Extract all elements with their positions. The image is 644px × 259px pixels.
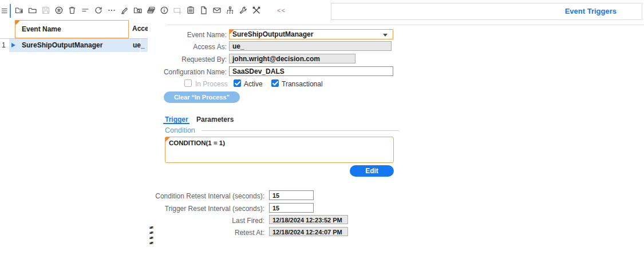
tab-parameters[interactable]: Parameters: [196, 115, 234, 123]
trigger-reset-interval-label: Trigger Reset Interval (seconds):: [137, 205, 264, 213]
row-number: 1: [2, 41, 6, 49]
wrench-icon[interactable]: [239, 6, 248, 15]
trigger-reset-interval-value: 15: [272, 205, 279, 212]
edit-button[interactable]: Edit: [350, 165, 394, 177]
requested-by-field: john.wright@decision.com: [229, 54, 355, 63]
active-checkbox[interactable]: [234, 79, 241, 87]
focus-corner-icon: [230, 30, 234, 34]
condition-retest-interval-value: 15: [272, 192, 279, 199]
retest-at-value: 12/18/2024 12:24:07 PM: [272, 229, 342, 236]
folder-open-icon[interactable]: [28, 6, 37, 15]
menu-icon[interactable]: [1, 6, 9, 16]
condition-retest-interval-label: Condition Retest Interval (seconds):: [137, 192, 264, 200]
tools-icon[interactable]: [252, 6, 261, 15]
folder-search-icon[interactable]: [133, 6, 143, 15]
condition-value: CONDITION(1 = 1): [169, 140, 225, 146]
save-icon[interactable]: [41, 6, 50, 15]
event-triggers-window: << Event Triggers Event Name Acce 1 Sure…: [0, 0, 644, 259]
event-name-label: Event Name:: [137, 31, 227, 39]
clear-in-process-button[interactable]: Clear “In Process”: [164, 91, 240, 103]
access-as-field: ue_: [229, 41, 392, 51]
last-fired-value: 12/18/2024 12:23:52 PM: [272, 217, 342, 224]
row-event-name: SureShipOutputManager: [22, 41, 102, 49]
add-frame-icon[interactable]: [173, 6, 182, 15]
toolbar: << Event Triggers: [0, 0, 644, 21]
column-header-event-name[interactable]: Event Name: [15, 20, 129, 38]
filter-icon[interactable]: [81, 6, 90, 15]
retest-at-field: 12/18/2024 12:24:07 PM: [269, 227, 348, 236]
condition-retest-interval-field[interactable]: 15: [269, 190, 314, 200]
condition-legend: Condition: [165, 126, 195, 134]
requested-by-label: Requested By:: [137, 55, 227, 63]
splitter-dot: [149, 237, 153, 239]
edit-icon[interactable]: [120, 6, 129, 15]
in-process-label: In Process: [195, 80, 228, 88]
form-top-border: [166, 25, 644, 25]
table-row[interactable]: 1 SureShipOutputManager ue_: [0, 39, 148, 53]
active-tab-indicator: [163, 123, 189, 124]
transactional-label: Transactional: [282, 80, 323, 88]
new-document-icon[interactable]: [199, 6, 208, 15]
configuration-name-value: SaaSDev_DALS: [232, 67, 285, 75]
last-fired-field: 12/18/2024 12:23:52 PM: [269, 215, 348, 224]
chevron-down-icon[interactable]: [383, 34, 388, 37]
trigger-reset-interval-field[interactable]: 15: [269, 203, 314, 213]
event-name-value: SureShipOutputManager: [232, 30, 313, 38]
event-name-combobox[interactable]: SureShipOutputManager: [229, 29, 393, 39]
configuration-name-field[interactable]: SaaSDev_DALS: [229, 66, 393, 76]
active-label: Active: [244, 80, 263, 88]
focus-corner-icon: [15, 21, 20, 25]
folder-export-icon[interactable]: [15, 6, 24, 15]
transactional-checkbox[interactable]: [271, 79, 279, 87]
event-grid: Event Name Acce 1 SureShipOutputManager …: [0, 19, 148, 54]
email-icon[interactable]: [212, 6, 222, 15]
refresh-icon[interactable]: [94, 6, 103, 15]
copy-icon[interactable]: [147, 6, 156, 15]
in-process-checkbox[interactable]: [184, 79, 192, 87]
notes-icon[interactable]: [186, 6, 195, 15]
splitter-dot: [149, 242, 153, 244]
record-icon[interactable]: [54, 6, 64, 15]
page-title: Event Triggers: [565, 3, 617, 19]
more-icon[interactable]: [107, 6, 116, 15]
last-fired-label: Last Fired:: [137, 217, 264, 225]
configuration-name-label: Configuration Name:: [137, 68, 227, 76]
info-icon[interactable]: [160, 6, 169, 15]
delete-icon[interactable]: [68, 6, 77, 15]
collapse-panel-button[interactable]: <<: [277, 7, 286, 14]
page-title-box: Event Triggers: [331, 3, 642, 20]
toolbar-divider: [10, 4, 11, 18]
access-as-value: ue_: [232, 42, 244, 50]
retest-at-label: Retest At:: [137, 229, 264, 237]
hierarchy-icon[interactable]: [226, 6, 235, 15]
toolbar-icons: [15, 6, 261, 15]
requested-by-value: john.wright@decision.com: [232, 55, 320, 63]
tab-trigger[interactable]: Trigger: [165, 115, 188, 123]
condition-legend-line: [202, 130, 399, 131]
row-indicator-icon: [11, 43, 15, 47]
condition-editor[interactable]: CONDITION(1 = 1): [165, 137, 394, 163]
column-header-label: Event Name: [22, 25, 61, 33]
access-as-label: Access As:: [137, 43, 227, 51]
